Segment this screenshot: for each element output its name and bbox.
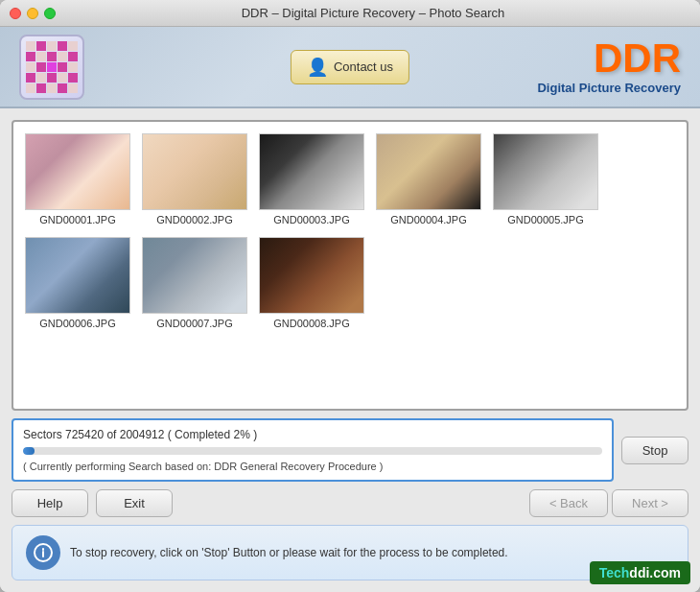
- main-content: GND00001.JPG GND00002.JPG GND00003.JPG G…: [0, 108, 700, 592]
- photo-label: GND00006.JPG: [39, 318, 115, 329]
- watermark-teal: Tech: [599, 565, 630, 580]
- header: 👤 Contact us DDR Digital Picture Recover…: [0, 27, 700, 108]
- photo-label: GND00002.JPG: [156, 214, 232, 225]
- help-button[interactable]: Help: [12, 489, 88, 517]
- list-item: GND00003.JPG: [259, 133, 364, 225]
- photo-label: GND00008.JPG: [273, 318, 349, 329]
- photo-thumb: [142, 237, 247, 314]
- photo-label: GND00003.JPG: [273, 214, 349, 225]
- logo-grid: [26, 41, 78, 93]
- contact-label: Contact us: [334, 59, 393, 74]
- minimize-button[interactable]: [27, 8, 38, 19]
- close-button[interactable]: [10, 8, 21, 19]
- progress-status: Sectors 725420 of 2004912 ( Completed 2%…: [23, 428, 602, 441]
- progress-area: Sectors 725420 of 2004912 ( Completed 2%…: [12, 418, 688, 482]
- photo-thumb: [25, 133, 130, 210]
- exit-button[interactable]: Exit: [96, 489, 173, 517]
- list-item: GND00005.JPG: [493, 133, 598, 225]
- next-button[interactable]: Next >: [612, 489, 688, 517]
- photo-thumb: [259, 237, 364, 314]
- progress-info: ( Currently performing Search based on: …: [23, 461, 602, 472]
- photo-label: GND00007.JPG: [156, 318, 232, 329]
- list-item: GND00004.JPG: [376, 133, 481, 225]
- window-title: DDR – Digital Picture Recovery – Photo S…: [56, 6, 690, 20]
- watermark: Techddi.com: [590, 561, 690, 584]
- brand-subtitle: Digital Picture Recovery: [537, 81, 681, 95]
- watermark-white: ddi.com: [629, 565, 681, 580]
- contact-button[interactable]: 👤 Contact us: [291, 50, 409, 84]
- photo-grid-container[interactable]: GND00001.JPG GND00002.JPG GND00003.JPG G…: [12, 120, 688, 411]
- photo-label: GND00004.JPG: [390, 214, 466, 225]
- photo-thumb: [25, 237, 130, 314]
- info-text: To stop recovery, click on 'Stop' Button…: [70, 546, 508, 559]
- photo-thumb: [142, 133, 247, 210]
- list-item: GND00006.JPG: [25, 237, 130, 329]
- info-bar: To stop recovery, click on 'Stop' Button…: [12, 525, 688, 580]
- contact-icon: 👤: [307, 57, 328, 78]
- main-window: DDR – Digital Picture Recovery – Photo S…: [0, 0, 700, 592]
- brand-area: DDR Digital Picture Recovery: [537, 38, 681, 95]
- photo-grid: GND00001.JPG GND00002.JPG GND00003.JPG G…: [25, 133, 675, 329]
- photo-label: GND00005.JPG: [507, 214, 583, 225]
- photo-thumb: [376, 133, 481, 210]
- list-item: GND00008.JPG: [259, 237, 364, 329]
- progress-bar-fill: [23, 447, 35, 455]
- stop-button[interactable]: Stop: [621, 437, 688, 464]
- titlebar: DDR – Digital Picture Recovery – Photo S…: [0, 0, 700, 27]
- list-item: GND00007.JPG: [142, 237, 247, 329]
- nav-bar: Help Exit < Back Next >: [12, 489, 688, 517]
- list-item: GND00002.JPG: [142, 133, 247, 225]
- photo-label: GND00001.JPG: [39, 214, 115, 225]
- brand-ddr: DDR: [537, 38, 681, 79]
- photo-thumb: [493, 133, 598, 210]
- progress-bar-container: [23, 447, 602, 455]
- info-icon: [26, 535, 60, 570]
- progress-box: Sectors 725420 of 2004912 ( Completed 2%…: [12, 418, 614, 482]
- traffic-lights: [10, 8, 56, 19]
- maximize-button[interactable]: [44, 8, 56, 19]
- back-button[interactable]: < Back: [529, 489, 608, 517]
- list-item: GND00001.JPG: [25, 133, 130, 225]
- photo-thumb: [259, 133, 364, 210]
- watermark-text: Techddi.com: [599, 565, 681, 580]
- app-logo: [19, 35, 84, 100]
